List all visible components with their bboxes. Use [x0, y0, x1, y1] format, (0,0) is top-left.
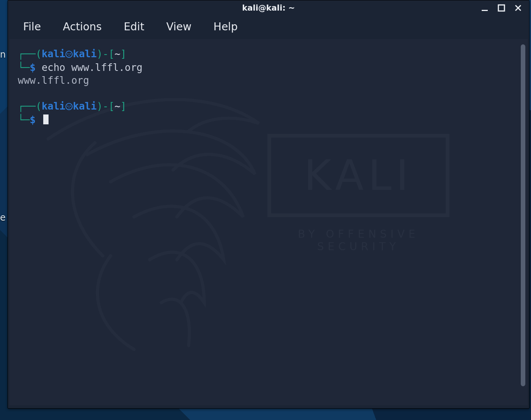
skull-icon: [65, 100, 73, 113]
cursor: [43, 114, 49, 124]
menu-file[interactable]: File: [21, 19, 43, 34]
svg-rect-10: [68, 108, 69, 109]
svg-rect-0: [482, 10, 488, 11]
maximize-button[interactable]: [496, 3, 506, 13]
prompt-block: ┌──(kalikali)-[~]└─$ echo www.lffl.org: [18, 47, 523, 74]
window-controls: [480, 0, 527, 16]
svg-point-3: [68, 53, 69, 54]
menu-help[interactable]: Help: [211, 19, 240, 34]
skull-icon: [65, 48, 73, 61]
window-title: kali@kali: ~: [8, 3, 529, 13]
menu-edit[interactable]: Edit: [121, 19, 146, 34]
svg-rect-6: [69, 55, 70, 56]
prompt-block: ┌──(kalikali)-[~]└─$: [18, 100, 523, 126]
command-output: www.lffl.org: [18, 75, 89, 86]
scrollbar[interactable]: [521, 44, 525, 386]
scrollbar-thumb[interactable]: [521, 44, 525, 386]
menubar: File Actions Edit View Help: [8, 16, 529, 38]
svg-point-7: [66, 103, 72, 110]
menu-actions[interactable]: Actions: [61, 19, 104, 34]
minimize-button[interactable]: [480, 3, 490, 13]
svg-rect-5: [68, 55, 69, 56]
desktop-icon-fragment: n: [0, 49, 5, 60]
menu-view[interactable]: View: [164, 19, 193, 34]
svg-point-9: [70, 105, 71, 107]
desktop-icon-fragment: e: [0, 212, 5, 223]
svg-rect-11: [69, 108, 70, 109]
terminal-content[interactable]: ┌──(kalikali)-[~]└─$ echo www.lffl.orgww…: [9, 39, 528, 405]
terminal-viewport[interactable]: KALI BY OFFENSIVE SECURITY ┌──(kalikali)…: [9, 39, 528, 405]
titlebar[interactable]: kali@kali: ~: [8, 0, 529, 16]
svg-point-4: [70, 53, 71, 54]
close-button[interactable]: [513, 3, 523, 13]
svg-rect-1: [498, 5, 504, 11]
svg-point-2: [66, 51, 72, 58]
svg-point-8: [68, 105, 69, 107]
terminal-window: kali@kali: ~ File Actions Edit View Help: [8, 0, 529, 409]
